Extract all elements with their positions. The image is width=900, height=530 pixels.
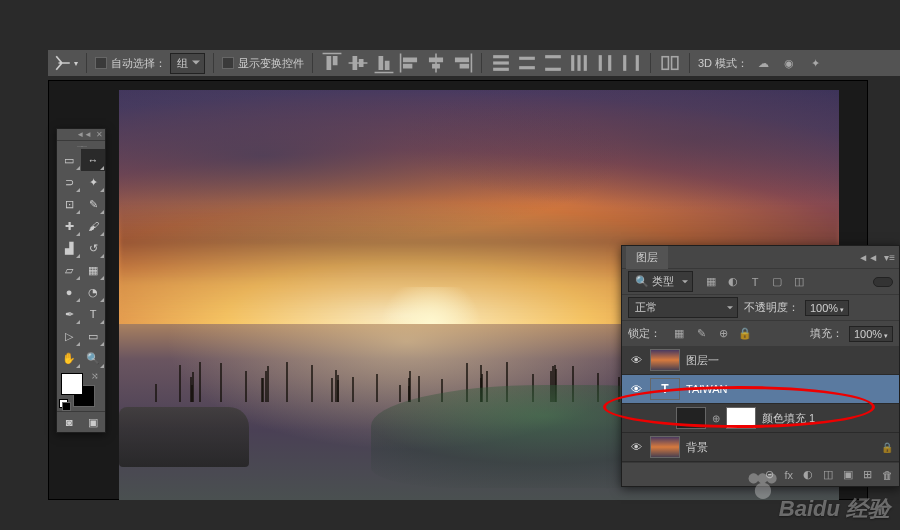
filter-icon-1[interactable]: ◐ [725, 274, 741, 290]
align-right-icon[interactable] [451, 53, 473, 73]
toolbox-collapse[interactable]: ◄◄✕ [57, 129, 105, 141]
align-bottom-icon[interactable] [373, 53, 395, 73]
tool-blur[interactable]: ● [57, 281, 81, 303]
distribute-hcenter-icon[interactable] [594, 53, 616, 73]
layers-tab[interactable]: 图层 [626, 246, 668, 269]
tool-eraser[interactable]: ▱ [57, 259, 81, 281]
toolbox-grip[interactable] [57, 141, 105, 149]
history-brush-icon: ↺ [89, 242, 98, 255]
distribute-left-icon[interactable] [568, 53, 590, 73]
panel-group-icon[interactable]: ▣ [843, 468, 853, 481]
tool-magic-wand[interactable]: ✦ [81, 171, 105, 193]
filter-icon-4[interactable]: ◫ [791, 274, 807, 290]
visibility-toggle-icon[interactable]: 👁 [628, 383, 644, 395]
panel-new-icon[interactable]: ⊞ [863, 468, 872, 481]
distribute-vcenter-icon[interactable] [516, 53, 538, 73]
blend-mode-dropdown[interactable]: 正常 [628, 297, 738, 318]
tool-eyedropper[interactable]: ✎ [81, 193, 105, 215]
distribute-bottom-icon[interactable] [542, 53, 564, 73]
filter-toggle[interactable] [873, 277, 893, 287]
layer-row[interactable]: ⊕颜色填充 1 [622, 404, 899, 433]
panel-adjustment-icon[interactable]: ◫ [823, 468, 833, 481]
healing-brush-icon: ✚ [65, 220, 74, 233]
tool-brush[interactable]: 🖌 [81, 215, 105, 237]
show-transform-checkbox[interactable] [222, 57, 234, 69]
tool-dodge[interactable]: ◔ [81, 281, 105, 303]
reset-colors-icon[interactable] [59, 399, 71, 411]
tool-quick-mask[interactable]: ◙ [57, 412, 81, 432]
svg-rect-3 [519, 57, 535, 60]
distribute-top-icon[interactable] [490, 53, 512, 73]
panel-mask-icon[interactable]: ◐ [803, 468, 813, 481]
filter-icon-3[interactable]: ▢ [769, 274, 785, 290]
panel-menu-icon[interactable]: ▾≡ [884, 252, 895, 263]
lock-icon-2[interactable]: ⊕ [715, 326, 731, 342]
tool-history-brush[interactable]: ↺ [81, 237, 105, 259]
svg-rect-5 [545, 55, 561, 58]
tool-move[interactable]: ↔ [81, 149, 105, 171]
filter-icon-0[interactable]: ▦ [703, 274, 719, 290]
align-left-icon[interactable] [399, 53, 421, 73]
fill-input[interactable]: 100% [849, 326, 893, 342]
swap-colors-icon[interactable]: ⤭ [91, 371, 99, 381]
eraser-icon: ▱ [65, 264, 73, 277]
tool-pen[interactable]: ✒ [57, 303, 81, 325]
foreground-color-swatch[interactable] [61, 373, 83, 395]
svg-rect-10 [599, 55, 602, 71]
visibility-toggle-icon[interactable]: 👁 [628, 441, 644, 453]
tool-zoom[interactable]: 🔍 [81, 347, 105, 369]
tool-screen-mode[interactable]: ▣ [81, 412, 105, 432]
panel-collapse-icon[interactable]: ◄◄ [858, 252, 878, 263]
auto-select-checkbox[interactable] [95, 57, 107, 69]
filter-kind-dropdown[interactable]: 🔍 类型 [628, 271, 693, 292]
tool-hand[interactable]: ✋ [57, 347, 81, 369]
active-tool-icon[interactable]: ▾ [54, 53, 78, 73]
mode-3d-orbit-icon[interactable]: ☁ [752, 53, 774, 73]
visibility-toggle-icon[interactable]: 👁 [628, 354, 644, 366]
layer-name: TAIWAN [686, 383, 728, 395]
link-icon: ⊕ [712, 413, 720, 424]
auto-select-label: 自动选择： [111, 56, 166, 71]
tool-lasso[interactable]: ⊃ [57, 171, 81, 193]
lock-icon-3[interactable]: 🔒 [737, 326, 753, 342]
layer-name: 背景 [686, 440, 708, 455]
mode-3d-light-icon[interactable]: ✦ [804, 53, 826, 73]
auto-align-icon[interactable] [659, 53, 681, 73]
text-layer-thumb-icon: T [650, 378, 680, 400]
lock-icon-1[interactable]: ✎ [693, 326, 709, 342]
layer-row[interactable]: 👁图层一 [622, 346, 899, 375]
tool-healing-brush[interactable]: ✚ [57, 215, 81, 237]
watermark-text: Baidu 经验 [779, 494, 890, 524]
tool-type[interactable]: T [81, 303, 105, 325]
layer-name: 颜色填充 1 [762, 411, 815, 426]
mode-3d-pan-icon[interactable]: ◉ [778, 53, 800, 73]
tool-shape[interactable]: ▭ [81, 325, 105, 347]
hand-icon: ✋ [62, 352, 76, 365]
tool-marquee[interactable]: ▭ [57, 149, 81, 171]
align-hcenter-icon[interactable] [425, 53, 447, 73]
tool-crop[interactable]: ⊡ [57, 193, 81, 215]
panel-trash-icon[interactable]: 🗑 [882, 469, 893, 481]
zoom-icon: 🔍 [86, 352, 100, 365]
opacity-input[interactable]: 100% [805, 300, 849, 316]
tool-stamp[interactable]: ▟ [57, 237, 81, 259]
image-thumb-icon [650, 349, 680, 371]
align-top-icon[interactable] [321, 53, 343, 73]
opacity-label: 不透明度： [744, 300, 799, 315]
svg-rect-0 [493, 55, 509, 58]
auto-select-dropdown[interactable]: 组 [170, 53, 205, 74]
pen-icon: ✒ [65, 308, 74, 321]
tool-path-select[interactable]: ▷ [57, 325, 81, 347]
svg-rect-2 [493, 68, 509, 71]
layer-row[interactable]: 👁背景🔒 [622, 433, 899, 462]
distribute-right-icon[interactable] [620, 53, 642, 73]
dodge-icon: ◔ [88, 286, 98, 299]
layer-row[interactable]: 👁TTAIWAN [622, 375, 899, 404]
blur-icon: ● [66, 286, 73, 298]
tool-gradient[interactable]: ▦ [81, 259, 105, 281]
lock-icon-0[interactable]: ▦ [671, 326, 687, 342]
align-vcenter-icon[interactable] [347, 53, 369, 73]
svg-rect-7 [571, 55, 574, 71]
svg-rect-13 [636, 55, 639, 71]
filter-icon-2[interactable]: T [747, 274, 763, 290]
